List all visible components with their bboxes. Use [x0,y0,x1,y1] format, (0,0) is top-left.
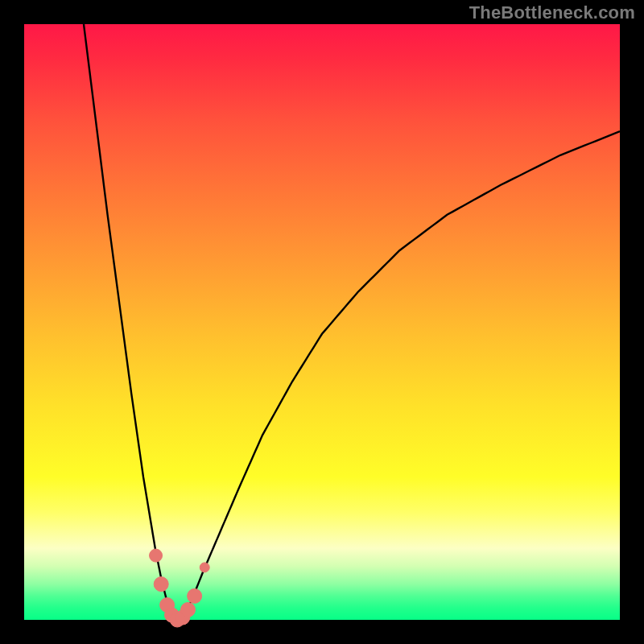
data-point-marker [150,549,163,562]
left-branch-curve [84,24,179,620]
right-branch-curve [179,131,620,620]
marker-group [150,549,210,627]
chart-frame: TheBottleneck.com [0,0,644,644]
watermark-label: TheBottleneck.com [469,2,635,23]
chart-svg [24,24,620,620]
data-point-marker [200,563,209,572]
data-point-marker [181,602,196,617]
data-point-marker [188,588,202,603]
data-point-marker [154,577,168,592]
